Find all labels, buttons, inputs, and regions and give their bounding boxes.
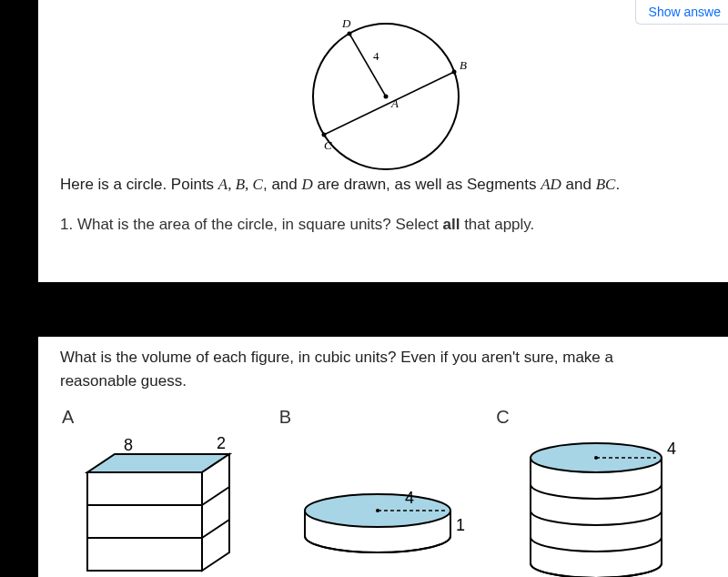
svg-line-6 [324, 72, 454, 135]
label-A: A [390, 96, 399, 110]
show-answer-button[interactable]: Show answe [635, 0, 728, 25]
svg-line-3 [349, 34, 386, 96]
figB-radius: 4 [405, 489, 414, 507]
figure-C-label: C [494, 403, 712, 430]
figure-B-label: B [278, 403, 495, 430]
figure-A-label: A [60, 403, 278, 430]
circle-diagram: A D 4 B C [60, 0, 712, 173]
figB-height: 1 [456, 516, 465, 534]
label-chord-len: 4 [373, 49, 379, 63]
q1-subtext: 1. What is the area of the circle, in sq… [60, 213, 712, 237]
svg-point-16 [376, 509, 379, 512]
svg-rect-10 [87, 538, 202, 571]
figure-B: B 4 1 [278, 403, 495, 577]
figure-A: A 8 2 [60, 403, 278, 577]
q1-text: Here is a circle. Points A, B, C, and D … [60, 173, 712, 197]
label-C: C [324, 138, 332, 152]
figure-C: C 4 [494, 403, 712, 577]
svg-point-19 [594, 456, 598, 460]
svg-rect-9 [87, 505, 202, 538]
label-B: B [460, 58, 467, 72]
figC-radius: 4 [667, 440, 676, 458]
label-D: D [341, 16, 351, 30]
figA-dim-long: 8 [124, 436, 133, 454]
question-panel-1: Show answe A D 4 B C [38, 0, 728, 282]
q2-text: What is the volume of each figure, in cu… [60, 346, 642, 392]
figA-dim-short: 2 [217, 436, 226, 452]
question-panel-2: What is the volume of each figure, in cu… [38, 337, 728, 577]
svg-marker-11 [202, 454, 229, 571]
svg-rect-8 [87, 472, 202, 505]
